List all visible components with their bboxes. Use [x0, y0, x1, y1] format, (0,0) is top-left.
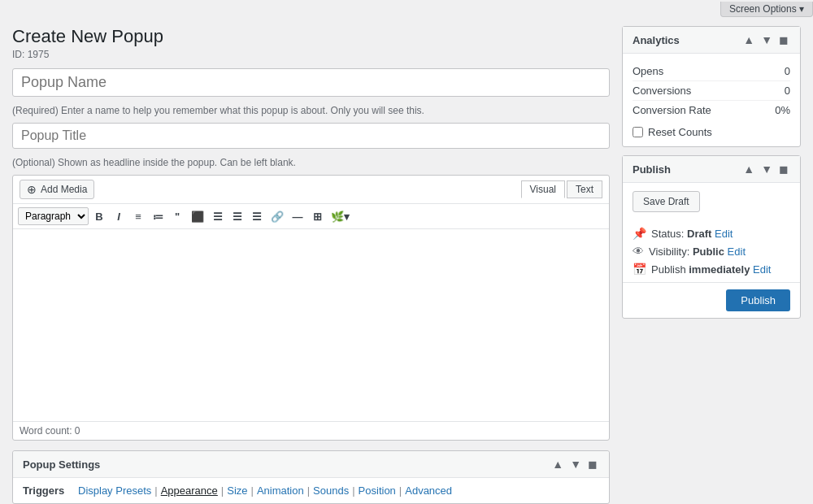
popup-settings-controls: ▲ ▼ ◼ — [550, 458, 599, 471]
align-center-button[interactable]: ☰ — [209, 209, 227, 224]
conversions-value: 0 — [785, 85, 790, 97]
publish-actions: Save Draft — [623, 183, 800, 220]
bold-button[interactable]: B — [90, 209, 108, 224]
publish-status-rows: 📌 Status: Draft Edit 👁 Visibility: Publi… — [623, 220, 800, 282]
publish-time-row: 📅 Publish immediately Edit — [633, 263, 790, 276]
popup-settings-toggle[interactable]: ◼ — [586, 458, 599, 471]
nav-advanced[interactable]: Advanced — [405, 484, 452, 497]
nav-size[interactable]: Size — [227, 484, 247, 497]
settings-nav: Display Presets | Appearance | Size | An… — [78, 484, 452, 497]
analytics-conversions-row: Conversions 0 — [633, 80, 790, 100]
add-media-label: Add Media — [41, 184, 87, 195]
publish-widget: Publish ▲ ▼ ◼ Save Draft 📌 Status: Draft… — [622, 155, 801, 319]
analytics-rate-row: Conversion Rate 0% — [633, 100, 790, 119]
publish-btn-row: Publish — [623, 282, 800, 318]
triggers-label: Triggers — [23, 484, 72, 497]
nav-appearance[interactable]: Appearance — [161, 484, 218, 497]
visibility-row: 👁 Visibility: Public Edit — [633, 245, 790, 258]
add-media-icon: ⊕ — [27, 183, 37, 196]
visibility-edit-link[interactable]: Edit — [728, 245, 746, 258]
page-id: ID: 1975 — [12, 49, 610, 60]
screen-options-label: Screen Options — [729, 3, 797, 15]
nav-position[interactable]: Position — [359, 484, 396, 497]
analytics-controls: ▲ ▼ ◼ — [741, 33, 790, 46]
sep1: | — [154, 484, 157, 497]
screen-options-arrow-icon: ▾ — [799, 3, 804, 15]
analytics-title: Analytics — [633, 34, 680, 46]
sep6: | — [399, 484, 402, 497]
status-edit-link[interactable]: Edit — [715, 228, 733, 240]
page-title: Create New Popup — [12, 26, 610, 47]
link-button[interactable]: 🔗 — [267, 209, 287, 224]
sep2: | — [221, 484, 224, 497]
blockquote-button[interactable]: " — [168, 209, 186, 224]
reset-counts-label[interactable]: Reset Counts — [648, 126, 712, 138]
publish-collapse-down[interactable]: ▼ — [759, 163, 774, 176]
publish-header: Publish ▲ ▼ ◼ — [623, 156, 800, 183]
more-button[interactable]: 🌿▾ — [328, 209, 353, 224]
align-left-button[interactable]: ⬛ — [188, 209, 207, 224]
editor-content[interactable] — [13, 229, 609, 421]
analytics-opens-row: Opens 0 — [633, 62, 790, 80]
word-count: Word count: 0 — [13, 421, 609, 440]
save-draft-button[interactable]: Save Draft — [633, 191, 700, 212]
popup-settings-header: Popup Settings ▲ ▼ ◼ — [13, 451, 609, 478]
popup-name-input[interactable] — [12, 68, 610, 97]
visual-text-tabs: Visual Text — [521, 180, 602, 198]
popup-title-input[interactable] — [12, 123, 610, 149]
calendar-icon: 📅 — [633, 263, 646, 276]
editor-toolbar-top: ⊕ Add Media Visual Text — [13, 176, 609, 204]
popup-title-hint: (Optional) Shown as headline inside the … — [12, 157, 610, 168]
page-header: Create New Popup ID: 1975 — [12, 26, 610, 60]
popup-settings-section: Popup Settings ▲ ▼ ◼ Triggers Display Pr… — [12, 450, 610, 504]
conversion-rate-label: Conversion Rate — [633, 104, 711, 116]
sep3: | — [251, 484, 254, 497]
nav-animation[interactable]: Animation — [257, 484, 304, 497]
status-icon: 📌 — [633, 227, 646, 240]
visibility-icon: 👁 — [633, 245, 644, 258]
popup-settings-collapse-up[interactable]: ▲ — [550, 458, 565, 471]
status-label: Status: Draft Edit — [651, 228, 733, 240]
screen-options-button[interactable]: Screen Options ▾ — [720, 2, 813, 17]
opens-value: 0 — [785, 65, 790, 77]
sep4: | — [307, 484, 310, 497]
paragraph-select[interactable]: Paragraph — [18, 207, 89, 225]
analytics-body: Opens 0 Conversions 0 Conversion Rate 0%… — [623, 54, 800, 146]
popup-settings-collapse-down[interactable]: ▼ — [568, 458, 583, 471]
analytics-toggle[interactable]: ◼ — [777, 33, 790, 46]
visibility-label: Visibility: Public Edit — [649, 245, 746, 258]
horizontal-rule-button[interactable]: — — [289, 209, 307, 224]
editor-area: ⊕ Add Media Visual Text Paragraph B I ≡ … — [12, 175, 610, 441]
popup-settings-title: Popup Settings — [23, 458, 100, 471]
table-button[interactable]: ⊞ — [308, 209, 326, 224]
italic-button[interactable]: I — [110, 209, 128, 224]
sep5: | — [352, 484, 354, 497]
publish-time-edit-link[interactable]: Edit — [753, 263, 771, 276]
publish-controls: ▲ ▼ ◼ — [741, 163, 790, 176]
publish-button[interactable]: Publish — [726, 289, 790, 311]
publish-time-label: Publish immediately Edit — [651, 263, 771, 276]
tab-text[interactable]: Text — [567, 180, 602, 198]
unordered-list-button[interactable]: ≡ — [129, 209, 147, 224]
analytics-collapse-down[interactable]: ▼ — [759, 33, 774, 46]
opens-label: Opens — [633, 65, 663, 77]
add-media-button[interactable]: ⊕ Add Media — [20, 180, 94, 199]
editor-format-bar: Paragraph B I ≡ ≔ " ⬛ ☰ ☰ ☰ 🔗 — ⊞ 🌿▾ — [13, 204, 609, 229]
publish-collapse-up[interactable]: ▲ — [741, 163, 756, 176]
ordered-list-button[interactable]: ≔ — [149, 209, 167, 224]
publish-toggle[interactable]: ◼ — [777, 163, 790, 176]
conversions-label: Conversions — [633, 85, 691, 97]
publish-title: Publish — [633, 163, 671, 176]
analytics-header: Analytics ▲ ▼ ◼ — [623, 27, 800, 54]
nav-sounds[interactable]: Sounds — [313, 484, 349, 497]
justify-button[interactable]: ☰ — [248, 209, 266, 224]
reset-counts-row: Reset Counts — [633, 126, 790, 138]
analytics-collapse-up[interactable]: ▲ — [741, 33, 756, 46]
reset-counts-checkbox[interactable] — [633, 127, 643, 137]
tab-visual[interactable]: Visual — [521, 180, 565, 198]
popup-settings-body: Triggers Display Presets | Appearance | … — [13, 478, 609, 503]
status-row: 📌 Status: Draft Edit — [633, 227, 790, 240]
align-right-button[interactable]: ☰ — [228, 209, 246, 224]
analytics-widget: Analytics ▲ ▼ ◼ Opens 0 Conversions 0 Co… — [622, 26, 801, 147]
nav-display-presets[interactable]: Display Presets — [78, 484, 151, 497]
